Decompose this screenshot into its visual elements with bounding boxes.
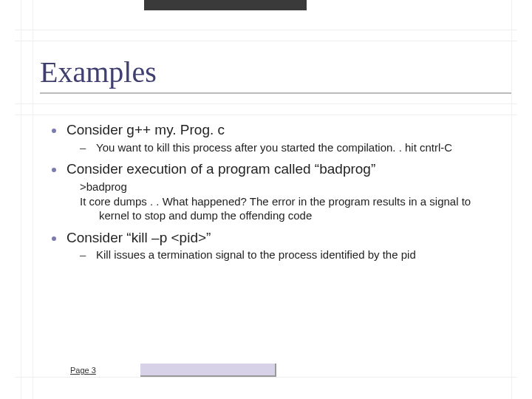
sub-item: >badprog It core dumps . . What happened… bbox=[80, 180, 484, 223]
sub-item: – You want to kill this process after yo… bbox=[80, 140, 484, 155]
bullet-icon bbox=[52, 168, 56, 172]
dash-icon: – bbox=[80, 248, 89, 262]
bullet-text: Consider “kill –p <pid>” bbox=[66, 229, 211, 247]
bullet-text: Consider g++ my. Prog. c bbox=[66, 121, 225, 139]
bullet-item: Consider execution of a program called “… bbox=[52, 160, 491, 178]
bullet-icon bbox=[52, 129, 56, 133]
sub-text: Kill issues a termination signal to the … bbox=[96, 248, 416, 262]
slide-body: Consider g++ my. Prog. c – You want to k… bbox=[52, 121, 491, 268]
bullet-text: Consider execution of a program called “… bbox=[66, 160, 375, 178]
decorative-top-bar bbox=[144, 0, 307, 10]
sub-text: >badprog bbox=[80, 180, 484, 194]
bullet-item: Consider “kill –p <pid>” bbox=[52, 229, 491, 247]
slide-title: Examples bbox=[40, 55, 511, 94]
footer-decorative-box bbox=[140, 364, 276, 377]
sub-text: It core dumps . . What happened? The err… bbox=[80, 194, 484, 223]
page-number: Page 3 bbox=[70, 366, 96, 375]
sub-item: – Kill issues a termination signal to th… bbox=[80, 248, 484, 262]
dash-icon: – bbox=[80, 140, 89, 155]
bullet-icon bbox=[52, 236, 56, 241]
bullet-item: Consider g++ my. Prog. c bbox=[52, 121, 491, 139]
slide-footer: Page 3 bbox=[70, 364, 276, 377]
sub-text: You want to kill this process after you … bbox=[96, 140, 452, 155]
